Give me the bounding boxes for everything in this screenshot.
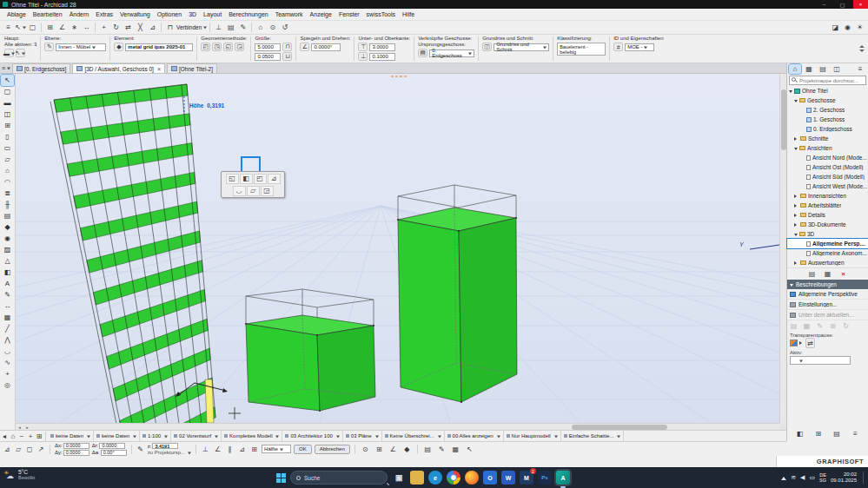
id-icon[interactable]: # xyxy=(613,43,623,51)
search-input[interactable] xyxy=(789,76,866,85)
menu-anzeige[interactable]: Anzeige xyxy=(307,11,335,17)
tool-text[interactable]: A xyxy=(1,278,14,289)
tree-item-3d-dokumente[interactable]: 3D-Dokumente xyxy=(787,220,868,229)
tool-lamp[interactable]: ◉ xyxy=(1,233,14,244)
unterkante-icon[interactable]: ⊥ xyxy=(358,52,368,61)
groesse-field-1[interactable]: 5.0000 xyxy=(255,43,281,51)
task-view-icon[interactable]: ▣ xyxy=(392,471,406,485)
guide-line-icon[interactable]: ∠ xyxy=(56,23,68,33)
tool-arc[interactable]: ◡ xyxy=(1,346,14,357)
haupt-pick-button[interactable]: ↖ xyxy=(16,49,25,57)
hidden-icons-chevron[interactable] xyxy=(781,474,786,480)
fit-view-icon[interactable]: ⌂ xyxy=(255,23,266,33)
chrome-icon[interactable] xyxy=(447,471,461,485)
haelfte-dropdown[interactable]: Hälfte xyxy=(262,445,291,453)
trim-icon[interactable]: ⊿ xyxy=(147,23,158,33)
publisher-icon[interactable]: ◫ xyxy=(831,64,843,74)
tool-marquee[interactable]: ▢ xyxy=(1,86,14,97)
trace-reference-icon[interactable] xyxy=(790,340,798,346)
tree-item-3d[interactable]: 3D xyxy=(787,229,868,239)
trace-switch-icon[interactable]: ⇄ xyxy=(805,338,815,348)
tree-item-innenansichten[interactable]: Innenansichten xyxy=(787,191,868,201)
tool-mesh[interactable]: △ xyxy=(1,255,14,267)
photoshop-icon[interactable]: Ps xyxy=(538,471,552,485)
tab-erdgeschoss[interactable]: [0. Erdgeschoss] xyxy=(12,63,70,73)
properties-icon[interactable]: ▤ xyxy=(807,268,818,279)
tool-railing[interactable]: ╫ xyxy=(1,199,14,210)
wifi-icon[interactable]: ≋ xyxy=(791,474,796,481)
word-icon[interactable]: W xyxy=(501,471,515,485)
tool-door[interactable]: ◫ xyxy=(1,109,14,120)
tracker-menu-icon[interactable]: ⊿ xyxy=(3,444,11,454)
tree-item-auswertungen[interactable]: Auswertungen xyxy=(787,258,868,267)
haupt-tool-button[interactable]: ▬ xyxy=(4,49,14,57)
arrow-icon[interactable]: ↖ xyxy=(464,444,475,454)
da-field[interactable]: 0.00° xyxy=(101,450,127,456)
tool-shell[interactable]: ◠ xyxy=(1,176,14,188)
magnet-icon[interactable]: ⊙ xyxy=(360,444,371,454)
chevron-down-icon[interactable] xyxy=(794,148,798,152)
tool-curtain-wall[interactable]: ▤ xyxy=(1,210,14,221)
tree-item-ohne-titel[interactable]: Ohne Titel xyxy=(787,86,868,96)
tool-camera[interactable]: ◎ xyxy=(1,379,14,391)
tree-item-allgemeine-perspektive[interactable]: Allgemeine Perspek... xyxy=(787,239,868,248)
camera-icon[interactable]: ◉ xyxy=(842,23,853,33)
firefox-icon[interactable] xyxy=(465,471,479,485)
tree-item-schnitte[interactable]: Schnitte xyxy=(787,134,868,143)
menu-aendern[interactable]: Ändern xyxy=(66,11,93,17)
id-field[interactable]: MOE - xyxy=(625,43,654,51)
select-arrow-icon[interactable]: ↖ xyxy=(15,23,26,33)
menu-ablage[interactable]: Ablage xyxy=(3,11,30,17)
move-icon[interactable]: + xyxy=(98,23,109,33)
element-name-field[interactable]: metal grid ipas 2025-01 xyxy=(125,43,193,51)
layers-icon[interactable]: ▤ xyxy=(422,444,434,454)
language-indicator[interactable]: DE SG xyxy=(819,472,826,483)
project-map-icon[interactable]: ⌂ xyxy=(789,64,801,74)
dx-field[interactable]: 0.0000 xyxy=(63,443,89,449)
tool-stair[interactable]: ≣ xyxy=(1,188,14,199)
edit-pen-icon[interactable]: ✎ xyxy=(136,444,145,454)
tree-item-geschosse[interactable]: Geschosse xyxy=(787,96,868,105)
tree-item-details[interactable]: Details xyxy=(787,210,868,220)
tool-wall[interactable]: ▬ xyxy=(1,97,14,109)
tool-fill[interactable]: ▦ xyxy=(1,312,14,323)
chevron-down-icon[interactable] xyxy=(794,234,798,238)
tool-polyline[interactable]: ⋀ xyxy=(1,334,14,346)
oberkante-icon[interactable]: ⊤ xyxy=(358,43,368,51)
prev-view-icon[interactable]: ◂ xyxy=(0,431,9,441)
abs-coords-icon[interactable]: ◻ xyxy=(25,444,34,454)
dy-field[interactable]: 0.0000 xyxy=(63,450,89,456)
menu-teamwork[interactable]: Teamwork xyxy=(272,11,307,17)
layers-icon[interactable]: ▤ xyxy=(789,320,798,331)
aktiv-dropdown[interactable] xyxy=(790,356,851,365)
renovation-show-dropdown[interactable]: 00 Alles anzeigen xyxy=(445,431,504,442)
unter-aktuellen-row[interactable]: Unter dem aktuellen... xyxy=(787,310,868,320)
marquee-icon[interactable]: ▢ xyxy=(27,23,38,33)
tool-column[interactable]: ▯ xyxy=(1,131,14,142)
snap-icon[interactable]: ⊞ xyxy=(828,320,838,331)
zoom-icon[interactable]: ⊙ xyxy=(267,23,278,33)
ebene-dropdown[interactable]: Innen - Möbel xyxy=(56,43,106,51)
pen-set-dropdown[interactable]: 03 Architektur 100 xyxy=(282,431,342,442)
shading-dropdown[interactable]: Einfache Schattie... xyxy=(561,431,625,442)
tree-item-ansicht-sued[interactable]: Ansicht Süd (Modell) xyxy=(787,172,868,181)
grid-snap-icon[interactable]: ⊞ xyxy=(249,444,259,454)
geo-method-4-icon[interactable]: ◲ xyxy=(235,43,244,51)
pet-offset-edge-icon[interactable]: ⊿ xyxy=(268,174,281,184)
menu-verwaltung[interactable]: Verwaltung xyxy=(116,11,154,17)
battery-icon[interactable]: ▭ xyxy=(809,474,815,481)
angle-icon[interactable]: ∠ xyxy=(300,43,309,51)
tool-select[interactable]: ↖ xyxy=(1,75,14,86)
tool-beam[interactable]: ▭ xyxy=(1,142,14,154)
origin-reference-dropdown[interactable]: zu Projektursp... xyxy=(148,450,185,455)
z-field[interactable]: 3.4191 xyxy=(152,443,178,449)
tool-roof[interactable]: ⌂ xyxy=(1,165,14,176)
tool-slab[interactable]: ▱ xyxy=(1,154,14,165)
close-button[interactable]: × xyxy=(853,0,868,9)
geo-method-3-icon[interactable]: ◱ xyxy=(223,43,233,51)
tool-line[interactable]: ╱ xyxy=(1,323,14,334)
navigator-menu-icon[interactable]: ≡ xyxy=(854,64,866,74)
darstellung-icon[interactable]: ◫ xyxy=(482,43,492,51)
tree-item-arbeitsblaetter[interactable]: Arbeitsblätter xyxy=(787,201,868,210)
rel-coords-icon[interactable]: ▱ xyxy=(14,444,23,454)
